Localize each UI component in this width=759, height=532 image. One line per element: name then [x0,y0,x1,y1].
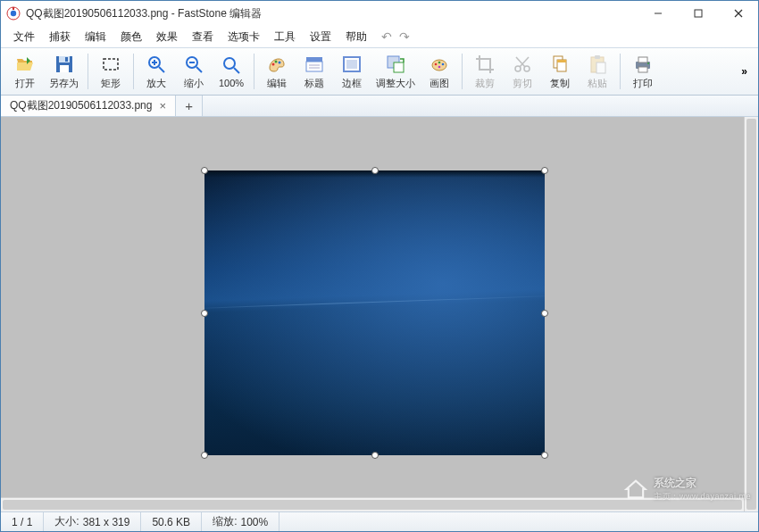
caption-label: 标题 [304,77,324,90]
svg-point-50 [647,62,649,64]
svg-rect-4 [695,10,702,17]
svg-rect-10 [65,57,68,62]
status-dimensions: 大小:381 x 319 [44,512,141,531]
maximize-button[interactable] [678,1,718,26]
menu-effect[interactable]: 效果 [149,27,185,47]
zoom-out-icon [183,54,204,75]
saveas-button[interactable]: 另存为 [44,49,84,94]
copy-icon [549,54,571,75]
resize-handle-nw[interactable] [201,167,208,174]
resize-handle-w[interactable] [201,310,208,317]
svg-point-35 [442,62,445,65]
resize-handle-e[interactable] [541,310,548,317]
zoomout-button[interactable]: 缩小 [175,49,213,94]
menu-view[interactable]: 查看 [185,27,221,47]
caption-icon [304,54,325,75]
svg-rect-8 [59,56,70,62]
toolbar-overflow-button[interactable]: » [736,60,753,83]
horizontal-scrollbar[interactable] [1,497,744,511]
resize-button[interactable]: 调整大小 [371,49,421,94]
svg-rect-25 [306,62,322,71]
edit-button[interactable]: 编辑 [258,49,296,94]
zoom-100-icon [221,54,242,76]
resize-handle-sw[interactable] [201,452,208,459]
toolbar-separator [620,54,621,89]
draw-icon [429,54,450,75]
tab-label: QQ截图20190506112033.png [10,98,152,113]
svg-rect-29 [346,60,357,69]
resize-handle-se[interactable] [541,452,548,459]
border-label: 边框 [342,77,362,90]
menu-tools[interactable]: 工具 [267,27,303,47]
zoom100-button[interactable]: 100% [213,49,250,94]
image-selection[interactable] [204,170,545,455]
open-label: 打开 [15,77,35,90]
rect-select-button[interactable]: 矩形 [92,49,129,94]
zoom-in-icon [146,54,167,75]
copy-button[interactable]: 复制 [541,49,579,94]
border-button[interactable]: 边框 [333,49,371,94]
menu-tabs[interactable]: 选项卡 [221,27,267,47]
svg-rect-45 [595,55,600,59]
status-page: 1 / 1 [1,512,44,531]
resize-handle-s[interactable] [371,452,379,459]
caption-button[interactable]: 标题 [296,49,333,94]
zoomin-button[interactable]: 放大 [138,49,175,94]
svg-point-22 [275,60,278,62]
resize-handle-ne[interactable] [541,167,548,174]
svg-rect-48 [638,57,647,62]
svg-point-21 [272,62,275,65]
folder-open-icon [14,54,36,75]
menu-help[interactable]: 帮助 [338,27,374,47]
menu-edit[interactable]: 编辑 [78,27,113,47]
open-button[interactable]: 打开 [6,49,44,94]
toolbar: 打开 另存为 矩形 放大 缩小 100% 编辑 标题 边框 调整大小 画图 [1,47,758,96]
svg-rect-9 [60,65,69,72]
vertical-scrollbar[interactable] [744,117,758,511]
svg-rect-31 [394,62,404,72]
draw-button[interactable]: 画图 [421,49,458,94]
marquee-icon [100,54,121,75]
image-content [204,170,545,455]
document-tab[interactable]: QQ截图20190506112033.png × [1,96,176,116]
svg-rect-2 [13,7,14,10]
tab-close-icon[interactable]: × [159,99,166,112]
minimize-button[interactable] [638,1,678,26]
toolbar-separator [462,54,463,89]
copy-label: 复制 [550,77,570,90]
scrollbar-thumb[interactable] [3,500,742,510]
new-tab-button[interactable]: + [176,96,203,116]
menu-capture[interactable]: 捕获 [42,27,78,47]
svg-point-23 [279,61,281,63]
undo-icon[interactable]: ↶ [381,29,392,44]
crop-button[interactable]: 裁剪 [466,49,504,94]
toolbar-separator [133,54,134,89]
menu-file[interactable]: 文件 [6,27,42,47]
menu-settings[interactable]: 设置 [303,27,338,47]
draw-label: 画图 [430,77,449,90]
printer-icon [632,54,654,75]
svg-point-1 [11,11,16,16]
redo-icon[interactable]: ↷ [399,29,410,44]
cut-button[interactable]: 剪切 [504,49,541,94]
zoom100-label: 100% [219,78,244,88]
menubar: 文件 捕获 编辑 颜色 效果 查看 选项卡 工具 设置 帮助 ↶ ↷ [1,26,758,47]
resize-handle-n[interactable] [371,167,379,174]
paste-button[interactable]: 粘贴 [579,49,616,94]
scissors-icon [512,54,533,75]
canvas-area[interactable]: 系统之家 主页：www.dayanzai.me [1,117,758,511]
print-button[interactable]: 打印 [624,49,662,94]
close-button[interactable] [718,1,758,26]
svg-point-19 [224,58,235,69]
svg-point-33 [435,62,438,65]
svg-point-36 [438,65,441,68]
svg-rect-46 [596,62,605,73]
menu-color[interactable]: 颜色 [113,27,149,47]
svg-rect-49 [638,67,647,72]
edit-label: 编辑 [267,77,287,90]
watermark-text: 系统之家 [654,477,696,489]
plus-icon: + [185,98,193,113]
scrollbar-thumb[interactable] [746,119,756,510]
svg-point-34 [438,61,441,63]
crop-label: 裁剪 [475,77,495,90]
